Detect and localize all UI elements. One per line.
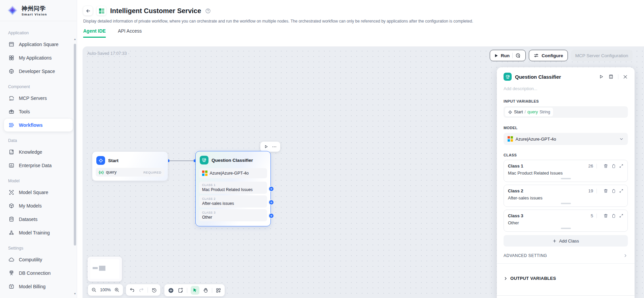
sidebar-item-my-applications[interactable]: My Applications [4, 51, 73, 64]
copy-icon[interactable] [611, 189, 616, 193]
node-start[interactable]: Start {x} query REQUIRED [92, 151, 168, 181]
panel-close-icon[interactable] [623, 74, 628, 79]
redo-icon[interactable] [138, 287, 144, 293]
sidebar-item-label: Model Training [19, 230, 50, 235]
sidebar-scrollbar[interactable]: ▲ ▼ [73, 24, 76, 295]
classifier-class-2[interactable]: CLASS 2 After-sales issues [199, 195, 267, 208]
classifier-class-1[interactable]: CLASS 1 Mac Product Related Issues [199, 182, 267, 194]
copy-icon[interactable] [611, 164, 616, 169]
zoom-level[interactable]: 100% [100, 288, 111, 292]
class-3-connect-button[interactable]: + [268, 213, 274, 219]
sidebar-item-workflows[interactable]: Workflows [4, 119, 73, 132]
scroll-up-icon[interactable]: ▲ [73, 38, 76, 41]
configure-button[interactable]: Configure [529, 50, 568, 61]
class-card-3[interactable]: Class 3 5 Other [504, 210, 628, 232]
chevron-down-icon [619, 137, 624, 141]
class-description[interactable]: After-sales issues [508, 195, 623, 200]
page-description: Display detailed information of private … [77, 15, 644, 24]
class-card-title: Class 2 [508, 188, 588, 193]
class-2-connect-button[interactable]: + [268, 199, 274, 205]
sidebar-item-application-square[interactable]: Application Square [4, 38, 73, 51]
auto-layout-icon[interactable] [216, 288, 221, 293]
run-button[interactable]: Run [490, 50, 526, 61]
sidebar-item-model-billing[interactable]: ¥ Model Billing [4, 280, 73, 293]
variable-icon: {x} [99, 170, 104, 174]
start-query-field[interactable]: {x} query REQUIRED [96, 168, 164, 177]
class-card-1[interactable]: Class 1 26 Mac Product Related Issues [504, 160, 628, 182]
class-1-connect-button[interactable]: + [268, 186, 274, 192]
resize-handle[interactable] [561, 178, 571, 179]
classifier-model-chip[interactable]: Azure|Azure-GPT-4o [199, 168, 267, 178]
version-history-icon[interactable] [151, 287, 157, 293]
mcp-icon: MCP [8, 95, 15, 102]
delete-icon[interactable] [603, 163, 608, 169]
sidebar-item-label: Developer Space [19, 69, 55, 74]
add-class-button[interactable]: Add Class [504, 235, 628, 247]
zoom-out-icon[interactable] [91, 287, 97, 293]
input-variable-field[interactable]: Start / query String [504, 106, 628, 118]
zoom-in-icon[interactable] [114, 287, 120, 293]
sidebar-item-db-connection[interactable]: DB Connection [4, 267, 73, 280]
resize-handle[interactable] [561, 228, 571, 229]
database-icon [8, 216, 15, 223]
add-note-icon[interactable] [178, 287, 184, 293]
output-variables-row[interactable]: OUTPUT VARIABLES [504, 276, 628, 281]
mcp-server-configuration-button[interactable]: MCP Server Configuration [571, 50, 633, 61]
minimap[interactable] [88, 257, 122, 282]
tab-agent-ide[interactable]: Agent IDE [83, 28, 106, 38]
workflow-icon [8, 122, 15, 128]
history-toolbar [126, 284, 160, 296]
sidebar-item-label: Datasets [19, 217, 37, 222]
delete-icon[interactable] [603, 188, 608, 193]
add-node-icon[interactable] [168, 287, 174, 294]
panel-run-icon[interactable] [599, 74, 604, 79]
sidebar-item-my-models[interactable]: My Models [4, 199, 73, 212]
sidebar-item-enterprise-data[interactable]: Enterprise Data [4, 159, 73, 172]
resize-handle[interactable] [561, 203, 571, 204]
sidebar-item-tools[interactable]: Tools [4, 105, 73, 118]
node-more-icon[interactable] [272, 144, 277, 149]
classifier-class-3[interactable]: CLASS 3 Other [199, 209, 267, 221]
sidebar-item-knowledge[interactable]: Knowledge [4, 146, 73, 158]
pointer-tool-active[interactable] [191, 286, 199, 295]
brand-name: 神州问学 [22, 5, 47, 12]
class-description[interactable]: Mac Product Related Issues [508, 171, 623, 176]
sidebar-item-computility[interactable]: Computility [4, 253, 73, 266]
tab-api-access[interactable]: API Access [118, 28, 142, 38]
sidebar-item-mcp-servers[interactable]: MCP MCP Servers [4, 92, 73, 105]
panel-save-icon[interactable] [608, 74, 614, 79]
copy-icon[interactable] [611, 214, 616, 218]
class-card-2[interactable]: Class 2 19 After-sales issues [504, 185, 628, 207]
node-run-icon[interactable] [264, 144, 268, 149]
sidebar-item-model-square[interactable]: Model Square [4, 186, 73, 199]
sidebar-item-datasets[interactable]: Datasets [4, 213, 73, 226]
scrollbar-thumb[interactable] [74, 44, 76, 246]
expand-icon[interactable] [619, 164, 623, 168]
class-label: CLASS 3 [202, 211, 264, 214]
delete-icon[interactable] [603, 213, 608, 218]
model-name: Azure|Azure-GPT-4o [210, 171, 249, 176]
scroll-down-icon[interactable]: ▼ [73, 292, 76, 295]
sidebar-item-model-training[interactable]: Model Training [4, 226, 73, 239]
billing-icon: ¥ [8, 283, 15, 290]
section-label-model: Model [4, 173, 73, 186]
page-header: Intelligent Customer Service Display det… [77, 0, 644, 46]
expand-icon[interactable] [619, 214, 623, 218]
help-icon[interactable] [205, 8, 211, 14]
page-title: Intelligent Customer Service [110, 7, 201, 15]
hand-tool-icon[interactable] [203, 288, 208, 293]
field-name: query [106, 170, 117, 175]
sidebar-item-label: Computility [19, 257, 42, 262]
undo-icon[interactable] [129, 287, 135, 293]
class-description[interactable]: Other [508, 220, 623, 225]
sidebar-item-label: Knowledge [19, 149, 42, 155]
expand-icon[interactable] [619, 189, 623, 193]
node-question-classifier[interactable]: Question Classifier Azure|Azure-GPT-4o C… [195, 151, 271, 226]
model-dropdown[interactable]: Azure|Azure-GPT-4o [504, 133, 628, 145]
back-button[interactable] [83, 6, 93, 15]
brand-subtitle: Smart Vision [22, 12, 47, 16]
sidebar-item-developer-space[interactable]: Developer Space [4, 65, 73, 78]
description-placeholder[interactable]: Add description... [504, 86, 628, 91]
variable-chip[interactable]: Start / query String [505, 108, 553, 116]
advanced-setting-row[interactable]: ADVANCED SETTING [504, 253, 628, 258]
